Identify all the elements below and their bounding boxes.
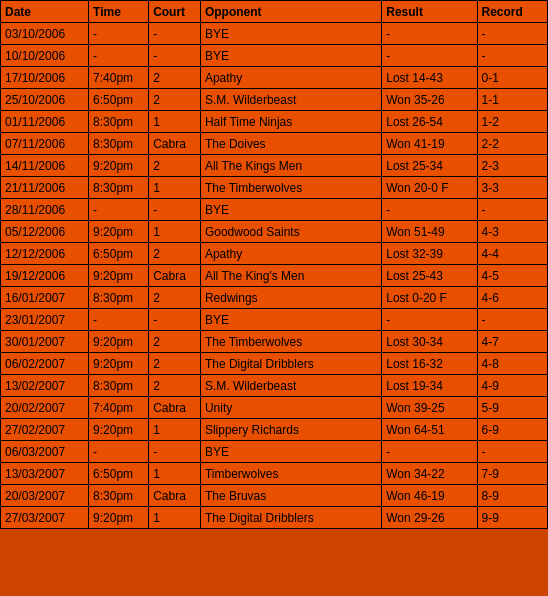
cell-record: 4-5 xyxy=(477,265,547,287)
cell-opponent: S.M. Wilderbeast xyxy=(200,89,381,111)
cell-date: 13/02/2007 xyxy=(1,375,89,397)
table-row: 01/11/20068:30pm1Half Time NinjasLost 26… xyxy=(1,111,548,133)
cell-record: - xyxy=(477,441,547,463)
cell-court: 2 xyxy=(149,243,201,265)
table-row: 30/01/20079:20pm2The TimberwolvesLost 30… xyxy=(1,331,548,353)
cell-court: 2 xyxy=(149,89,201,111)
cell-record: - xyxy=(477,199,547,221)
cell-time: 9:20pm xyxy=(89,353,149,375)
cell-date: 21/11/2006 xyxy=(1,177,89,199)
cell-time: 9:20pm xyxy=(89,265,149,287)
table-row: 07/11/20068:30pmCabraThe DoivesWon 41-19… xyxy=(1,133,548,155)
cell-court: - xyxy=(149,441,201,463)
cell-court: 1 xyxy=(149,221,201,243)
cell-record: 7-9 xyxy=(477,463,547,485)
cell-court: - xyxy=(149,45,201,67)
table-row: 19/12/20069:20pmCabraAll The King's MenL… xyxy=(1,265,548,287)
cell-result: Lost 25-43 xyxy=(382,265,477,287)
cell-court: 1 xyxy=(149,463,201,485)
table-row: 16/01/20078:30pm2RedwingsLost 0-20 F4-6 xyxy=(1,287,548,309)
cell-opponent: Goodwood Saints xyxy=(200,221,381,243)
cell-court: 2 xyxy=(149,353,201,375)
cell-time: 9:20pm xyxy=(89,331,149,353)
cell-date: 06/03/2007 xyxy=(1,441,89,463)
cell-time: 8:30pm xyxy=(89,177,149,199)
cell-time: 7:40pm xyxy=(89,397,149,419)
cell-opponent: BYE xyxy=(200,309,381,331)
cell-result: Won 51-49 xyxy=(382,221,477,243)
cell-date: 13/03/2007 xyxy=(1,463,89,485)
cell-record: 6-9 xyxy=(477,419,547,441)
cell-time: 6:50pm xyxy=(89,463,149,485)
cell-result: Won 35-26 xyxy=(382,89,477,111)
cell-court: - xyxy=(149,199,201,221)
cell-opponent: BYE xyxy=(200,45,381,67)
cell-record: 1-2 xyxy=(477,111,547,133)
cell-result: Lost 25-34 xyxy=(382,155,477,177)
table-row: 17/10/20067:40pm2ApathyLost 14-430-1 xyxy=(1,67,548,89)
cell-opponent: Half Time Ninjas xyxy=(200,111,381,133)
cell-record: 4-9 xyxy=(477,375,547,397)
cell-court: - xyxy=(149,309,201,331)
cell-date: 05/12/2006 xyxy=(1,221,89,243)
cell-opponent: BYE xyxy=(200,441,381,463)
cell-court: 2 xyxy=(149,155,201,177)
cell-opponent: The Digital Dribblers xyxy=(200,507,381,529)
cell-time: 9:20pm xyxy=(89,155,149,177)
cell-time: - xyxy=(89,441,149,463)
cell-opponent: The Timberwolves xyxy=(200,331,381,353)
cell-opponent: All The Kings Men xyxy=(200,155,381,177)
cell-result: Won 41-19 xyxy=(382,133,477,155)
cell-result: Lost 32-39 xyxy=(382,243,477,265)
cell-record: 1-1 xyxy=(477,89,547,111)
cell-date: 20/02/2007 xyxy=(1,397,89,419)
cell-date: 17/10/2006 xyxy=(1,67,89,89)
cell-time: 9:20pm xyxy=(89,221,149,243)
header-time: Time xyxy=(89,1,149,23)
cell-date: 27/02/2007 xyxy=(1,419,89,441)
cell-time: 6:50pm xyxy=(89,89,149,111)
table-row: 27/02/20079:20pm1Slippery RichardsWon 64… xyxy=(1,419,548,441)
cell-opponent: S.M. Wilderbeast xyxy=(200,375,381,397)
table-row: 21/11/20068:30pm1The TimberwolvesWon 20-… xyxy=(1,177,548,199)
table-row: 13/03/20076:50pm1TimberwolvesWon 34-227-… xyxy=(1,463,548,485)
cell-time: 8:30pm xyxy=(89,111,149,133)
cell-result: Lost 14-43 xyxy=(382,67,477,89)
cell-result: Lost 0-20 F xyxy=(382,287,477,309)
table-row: 13/02/20078:30pm2S.M. WilderbeastLost 19… xyxy=(1,375,548,397)
cell-opponent: The Doives xyxy=(200,133,381,155)
cell-opponent: Redwings xyxy=(200,287,381,309)
cell-opponent: The Digital Dribblers xyxy=(200,353,381,375)
table-row: 25/10/20066:50pm2S.M. WilderbeastWon 35-… xyxy=(1,89,548,111)
cell-record: 4-6 xyxy=(477,287,547,309)
cell-record: 2-3 xyxy=(477,155,547,177)
cell-date: 14/11/2006 xyxy=(1,155,89,177)
cell-record: 0-1 xyxy=(477,67,547,89)
cell-time: - xyxy=(89,23,149,45)
cell-result: - xyxy=(382,199,477,221)
cell-time: - xyxy=(89,309,149,331)
header-court: Court xyxy=(149,1,201,23)
cell-opponent: All The King's Men xyxy=(200,265,381,287)
header-date: Date xyxy=(1,1,89,23)
cell-court: 2 xyxy=(149,331,201,353)
cell-record: 8-9 xyxy=(477,485,547,507)
cell-record: 4-7 xyxy=(477,331,547,353)
cell-result: Won 34-22 xyxy=(382,463,477,485)
cell-record: - xyxy=(477,45,547,67)
cell-opponent: Apathy xyxy=(200,243,381,265)
cell-record: 4-3 xyxy=(477,221,547,243)
cell-record: 5-9 xyxy=(477,397,547,419)
cell-opponent: Unity xyxy=(200,397,381,419)
cell-date: 25/10/2006 xyxy=(1,89,89,111)
table-row: 10/10/2006--BYE-- xyxy=(1,45,548,67)
cell-date: 01/11/2006 xyxy=(1,111,89,133)
cell-opponent: The Timberwolves xyxy=(200,177,381,199)
cell-time: 9:20pm xyxy=(89,419,149,441)
schedule-table: Date Time Court Opponent Result Record 0… xyxy=(0,0,548,529)
cell-date: 27/03/2007 xyxy=(1,507,89,529)
cell-date: 10/10/2006 xyxy=(1,45,89,67)
cell-result: Won 20-0 F xyxy=(382,177,477,199)
header-record: Record xyxy=(477,1,547,23)
header-result: Result xyxy=(382,1,477,23)
